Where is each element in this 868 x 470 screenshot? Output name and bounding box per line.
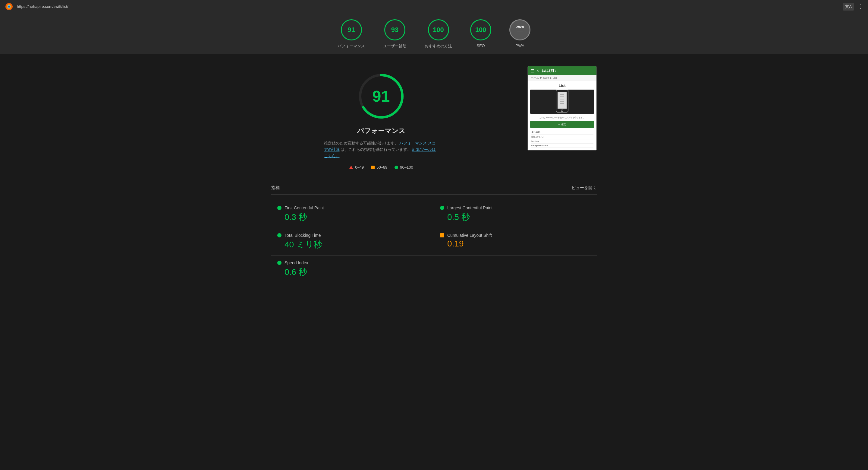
score-section: 91 パフォーマンス 推定値のため変動する可能性があります。 パフォーマンス ス… bbox=[271, 66, 491, 170]
metric-tbt: Total Blocking Time 40 ミリ秒 bbox=[271, 228, 434, 256]
tab-seo-label: SEO bbox=[476, 43, 485, 48]
legend: 0–49 50–89 90–100 bbox=[349, 165, 413, 170]
tab-accessibility-label: ユーザー補助 bbox=[383, 43, 407, 49]
preview-site-icon: ✕ bbox=[536, 69, 539, 73]
legend-item-orange: 50–89 bbox=[371, 165, 387, 170]
browser-actions: 文A ⋮ bbox=[843, 3, 863, 10]
top-section: 91 パフォーマンス 推定値のため変動する可能性があります。 パフォーマンス ス… bbox=[271, 66, 597, 170]
score-circle-pwa: PWA — bbox=[509, 19, 530, 40]
preview-green-btn: ≡ 目次 bbox=[530, 121, 594, 128]
phone-mockup-icon bbox=[555, 90, 569, 114]
metric-name-cls: Cumulative Layout Shift bbox=[447, 233, 492, 238]
legend-item-green: 90–100 bbox=[395, 165, 413, 170]
list-item-1: 簡単なリスト bbox=[531, 135, 593, 139]
list-item-0: はじめに bbox=[531, 130, 593, 135]
preview-page-title: List bbox=[530, 83, 594, 88]
score-description: 推定値のため変動する可能性があります。 パフォーマンス スコアの計算 は、これら… bbox=[324, 140, 438, 159]
preview-image bbox=[530, 90, 594, 114]
metric-dot-lcp bbox=[440, 206, 444, 210]
translate-button[interactable]: 文A bbox=[843, 3, 854, 10]
tab-seo[interactable]: 100 SEO bbox=[470, 19, 491, 49]
metric-fcp: First Contentful Paint 0.3 秒 bbox=[271, 201, 434, 228]
list-item-3: NavigationStack bbox=[531, 144, 593, 148]
vertical-divider bbox=[503, 66, 503, 170]
metric-dot-tbt bbox=[277, 233, 281, 237]
preview-site-title: ねはぴれ bbox=[541, 68, 556, 73]
score-circle-seo: 100 bbox=[470, 19, 491, 40]
metric-dot-fcp bbox=[277, 206, 281, 210]
view-link[interactable]: ビューを開く bbox=[571, 185, 597, 190]
preview-breadcrumb: ホーム ▶ Swift ▶ List bbox=[528, 75, 596, 81]
score-circle-accessibility: 93 bbox=[384, 19, 405, 40]
svg-point-14 bbox=[561, 110, 563, 112]
metric-value-fcp: 0.3 秒 bbox=[277, 211, 428, 223]
metric-si: Speed Index 0.6 秒 bbox=[271, 256, 434, 283]
circle-icon bbox=[395, 166, 398, 169]
triangle-icon bbox=[349, 166, 353, 169]
preview-header: ☰ ✕ ねはぴれ bbox=[528, 66, 596, 75]
browser-url: https://nehapire.com/swift/list/ bbox=[17, 4, 843, 9]
score-circle-performance: 91 bbox=[341, 19, 362, 40]
preview-list: はじめに 簡単なリスト Section NavigationStack bbox=[530, 130, 594, 148]
score-tabs: 91 パフォーマンス 93 ユーザー補助 100 おすすめの方法 100 SEO… bbox=[0, 13, 868, 54]
main-content: 91 パフォーマンス 推定値のため変動する可能性があります。 パフォーマンス ス… bbox=[253, 54, 615, 295]
metric-value-lcp: 0.5 秒 bbox=[440, 211, 591, 223]
metric-dot-cls bbox=[440, 233, 444, 237]
tab-performance-label: パフォーマンス bbox=[338, 43, 365, 49]
tab-accessibility[interactable]: 93 ユーザー補助 bbox=[383, 19, 407, 49]
metric-value-cls: 0.19 bbox=[440, 239, 591, 248]
svg-point-3 bbox=[8, 6, 10, 7]
big-score-circle: 91 bbox=[357, 72, 405, 120]
metric-name-fcp: First Contentful Paint bbox=[284, 205, 324, 210]
metrics-grid: First Contentful Paint 0.3 秒 Largest Con… bbox=[271, 201, 597, 283]
metric-dot-si bbox=[277, 261, 281, 265]
tab-pwa[interactable]: PWA — PWA bbox=[509, 19, 530, 49]
browser-logo-icon bbox=[5, 2, 13, 11]
browser-bar: https://nehapire.com/swift/list/ 文A ⋮ bbox=[0, 0, 868, 13]
metric-value-tbt: 40 ミリ秒 bbox=[277, 239, 428, 251]
preview-content: List これはSwiftUIのListを使って bbox=[528, 81, 596, 150]
metric-cls: Cumulative Layout Shift 0.19 bbox=[434, 228, 597, 256]
more-button[interactable]: ⋮ bbox=[858, 4, 863, 9]
score-title: パフォーマンス bbox=[357, 126, 405, 136]
legend-item-red: 0–49 bbox=[349, 165, 364, 170]
preview-text-small: これはSwiftUIのListを使ってアプリを作ります。 bbox=[530, 116, 594, 119]
tab-performance[interactable]: 91 パフォーマンス bbox=[338, 19, 365, 49]
metric-name-si: Speed Index bbox=[284, 260, 308, 265]
list-item-2: Section bbox=[531, 139, 593, 144]
tab-best-practices-label: おすすめの方法 bbox=[425, 43, 452, 49]
tab-best-practices[interactable]: 100 おすすめの方法 bbox=[425, 19, 452, 49]
hamburger-icon: ☰ bbox=[531, 68, 535, 73]
metrics-section-title: 指標 bbox=[271, 185, 280, 190]
metrics-header: 指標 ビューを開く bbox=[271, 182, 597, 195]
tab-pwa-label: PWA bbox=[516, 43, 524, 48]
metric-lcp: Largest Contentful Paint 0.5 秒 bbox=[434, 201, 597, 228]
square-icon bbox=[371, 166, 375, 169]
metric-value-si: 0.6 秒 bbox=[277, 266, 428, 278]
big-score-number: 91 bbox=[373, 87, 390, 105]
score-circle-best-practices: 100 bbox=[428, 19, 449, 40]
metric-name-lcp: Largest Contentful Paint bbox=[447, 205, 493, 210]
metric-name-tbt: Total Blocking Time bbox=[284, 233, 321, 238]
preview-thumbnail: ☰ ✕ ねはぴれ ホーム ▶ Swift ▶ List List bbox=[527, 66, 597, 150]
